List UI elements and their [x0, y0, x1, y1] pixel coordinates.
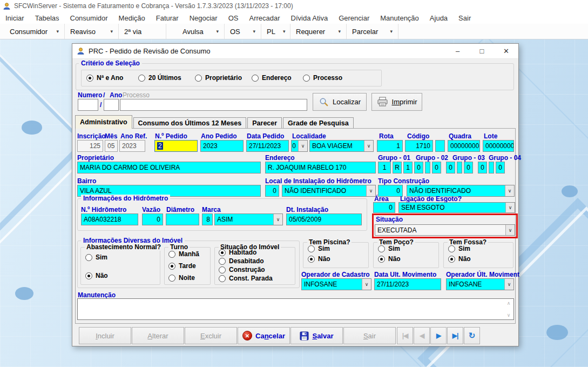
situacao-combo[interactable]: EXECUTADA∨: [375, 224, 515, 236]
salvar-button[interactable]: Salvar: [290, 327, 343, 344]
endereco-field[interactable]: R. JOAQUIM RABELO 170: [265, 162, 376, 174]
radio-turno-noite[interactable]: Noite: [168, 274, 195, 282]
codigo-extra-field[interactable]: [435, 140, 445, 152]
radio-criterio-proprietario[interactable]: Proprietário: [195, 74, 242, 82]
ano-pedido-field[interactable]: 2023: [200, 140, 244, 152]
mes-field[interactable]: 05: [105, 140, 118, 152]
menu-item-ajuda[interactable]: Ajuda: [424, 14, 453, 22]
codigo-field[interactable]: 1710: [405, 140, 433, 152]
menu-item-os[interactable]: OS: [223, 14, 244, 22]
grupo-box[interactable]: R: [393, 162, 402, 174]
radio-turno-manha[interactable]: Manhã: [168, 250, 199, 258]
nav-next-button[interactable]: ▶: [430, 327, 447, 344]
minimize-button[interactable]: –: [445, 44, 470, 59]
n-hidrometro-field[interactable]: A08A032218: [81, 213, 138, 225]
ano-ref-field[interactable]: 2023: [119, 140, 145, 152]
dt-instalacao-field[interactable]: 05/05/2009: [286, 213, 362, 225]
data-ult-movimento-field[interactable]: 27/11/2023: [374, 278, 441, 290]
numero-input[interactable]: [78, 99, 98, 111]
menu-item-negociar[interactable]: Negociar: [184, 14, 223, 22]
tab-grade-pesquisa[interactable]: Grade de Pesquisa: [283, 117, 354, 129]
quadra-field[interactable]: 00000000: [448, 140, 480, 152]
grupo-box[interactable]: 1: [378, 162, 391, 174]
vazao-field[interactable]: 0: [142, 213, 163, 225]
menu-item-faturar[interactable]: Faturar: [151, 14, 184, 22]
chevron-down-icon[interactable]: ∨: [505, 225, 515, 235]
radio-imovel-const-parada[interactable]: Const. Parada: [219, 275, 273, 282]
menu-item-divida-ativa[interactable]: Dívida Ativa: [286, 14, 334, 22]
grupo-box[interactable]: 0: [446, 162, 455, 174]
radio-turno-tarde[interactable]: Tarde: [168, 262, 196, 270]
localidade-code-combo[interactable]: 0∨: [291, 140, 308, 152]
toolbar-button-os[interactable]: OS▾: [225, 24, 261, 39]
grupo-box[interactable]: [425, 162, 430, 174]
inscricao-field[interactable]: 125: [77, 140, 103, 152]
chevron-down-icon[interactable]: ∨: [364, 141, 373, 151]
local-instalacao-code-field[interactable]: 0: [265, 185, 279, 197]
toolbar-button-consumidor[interactable]: Consumidor▾: [4, 24, 65, 39]
sair-button[interactable]: Sair: [343, 327, 396, 344]
menu-item-arrecadar[interactable]: Arrecadar: [244, 14, 285, 22]
diametro-field[interactable]: [166, 213, 199, 225]
tab-administrativo[interactable]: Administrativo: [75, 115, 132, 129]
grupo-box[interactable]: 0: [478, 162, 487, 174]
nav-first-button[interactable]: |◀: [397, 327, 413, 344]
manutencao-textarea[interactable]: ∧ ∨: [77, 298, 514, 320]
menu-item-gerenciar[interactable]: Gerenciar: [333, 14, 375, 22]
cancelar-button[interactable]: ✕ Cancelar: [238, 327, 290, 344]
radio-piscina-sim[interactable]: Sim: [308, 245, 330, 252]
menu-item-medicao[interactable]: Medição: [113, 14, 151, 22]
radio-piscina-nao[interactable]: Não: [308, 255, 330, 263]
rota-field[interactable]: 1: [377, 140, 403, 152]
chevron-down-icon[interactable]: ∨: [273, 214, 282, 225]
tab-consumo-12-meses[interactable]: Consumo dos Últimos 12 Meses: [133, 117, 247, 129]
lote-field[interactable]: 00000000: [483, 140, 514, 152]
imprimir-button[interactable]: Imprimir: [371, 93, 422, 111]
menu-item-tabelas[interactable]: Tabelas: [30, 14, 65, 22]
excluir-button[interactable]: Excluir: [185, 327, 237, 344]
toolbar-button-avulsa[interactable]: Avulsa▾: [177, 24, 225, 39]
toolbar-button-parcelar[interactable]: Parcelar▾: [347, 24, 398, 39]
radio-criterio-20-ultimos[interactable]: 20 Últimos: [138, 74, 181, 82]
processo-input[interactable]: [120, 99, 307, 111]
toolbar-button-pl[interactable]: PL▾: [261, 24, 290, 39]
localidade-combo[interactable]: BOA VIAGEM∨: [309, 140, 374, 152]
radio-criterio-endereco[interactable]: Endereço: [252, 74, 292, 82]
localizar-button[interactable]: Localizar: [313, 93, 367, 111]
chevron-down-icon[interactable]: ∨: [366, 185, 375, 196]
chevron-down-icon[interactable]: ∨: [505, 185, 514, 196]
grupo-box[interactable]: 0: [432, 162, 441, 174]
toolbar-button-reaviso[interactable]: Reaviso▾: [65, 24, 119, 39]
toolbar-button-requerer[interactable]: Requerer▾: [290, 24, 347, 39]
grupo-box[interactable]: 0: [414, 162, 423, 174]
close-button[interactable]: ✕: [494, 44, 518, 59]
radio-abastecimento-nao[interactable]: Não: [85, 272, 108, 279]
marca-combo[interactable]: ASIM∨: [214, 213, 283, 225]
grupo-box[interactable]: 0: [464, 162, 473, 174]
grupo-box[interactable]: 0: [496, 162, 505, 174]
radio-criterio-processo[interactable]: Processo: [303, 74, 342, 82]
data-pedido-field[interactable]: 27/11/2023: [246, 140, 289, 152]
maximize-button[interactable]: □: [470, 44, 494, 59]
area-field[interactable]: 0: [373, 202, 395, 213]
grupo-box[interactable]: 1: [403, 162, 413, 174]
menu-item-consumidor[interactable]: Consumidor: [65, 14, 113, 22]
grupo-box[interactable]: [489, 162, 494, 174]
radio-imovel-desabitado[interactable]: Desabitado: [219, 257, 264, 265]
radio-fossa-sim[interactable]: Sim: [448, 245, 470, 252]
menu-item-sair[interactable]: Sair: [453, 14, 476, 22]
toolbar-button-segunda-via[interactable]: 2ª via: [119, 24, 166, 39]
radio-imovel-construcao[interactable]: Construção: [219, 266, 265, 273]
proprietario-field[interactable]: MARIA DO CARMO DE OLIVEIRA: [77, 162, 261, 174]
alterar-button[interactable]: Alterar: [132, 327, 184, 344]
tab-parecer[interactable]: Parecer: [247, 117, 282, 129]
radio-abastecimento-sim[interactable]: Sim: [85, 253, 107, 261]
incluir-button[interactable]: Incluir: [79, 327, 131, 344]
refresh-button[interactable]: ↻: [464, 327, 480, 344]
radio-poco-sim[interactable]: Sim: [378, 245, 400, 252]
ano-input[interactable]: [104, 99, 119, 111]
operador-cadastro-combo[interactable]: INFOSANE∨: [301, 278, 371, 290]
scroll-up-icon[interactable]: ∧: [507, 301, 511, 306]
n-pedido-field[interactable]: 2: [154, 140, 198, 152]
chevron-down-icon[interactable]: ∨: [504, 279, 513, 290]
